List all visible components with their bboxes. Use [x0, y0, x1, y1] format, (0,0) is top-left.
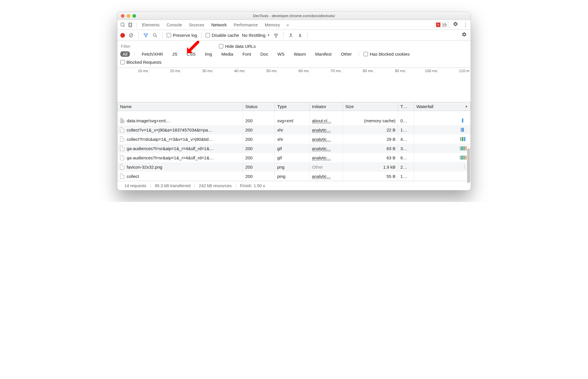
search-icon[interactable] [152, 32, 158, 39]
checkbox-icon [120, 60, 125, 64]
col-header-waterfall[interactable]: Waterfall▲ [414, 102, 471, 111]
initiator-link[interactable]: analytic… [312, 127, 331, 132]
initiator-link[interactable]: analytic… [312, 137, 331, 142]
waterfall-cell [416, 118, 468, 123]
status-bar: 14 requests 95.3 kB transferred 242 kB r… [117, 181, 471, 190]
resource-type-filter-bar: AllFetch/XHRJSCSSImgMediaFontDocWSWasmMa… [117, 50, 471, 59]
record-button[interactable] [120, 33, 125, 38]
disable-cache-checkbox[interactable]: Disable cache [206, 33, 239, 38]
svg-point-7 [276, 37, 276, 37]
request-name: collect?t=dc&aip=1&_r=3&v=1&_v=j90&tid… [127, 137, 213, 142]
type-filter-manifest[interactable]: Manifest [313, 51, 334, 57]
table-row[interactable]: favicon-32x32.png200pngOther1.9 kB2… [118, 162, 471, 172]
waterfall-cell [416, 164, 468, 170]
titlebar: DevTools - developer.chrome.com/docs/dev… [117, 12, 471, 20]
svg-rect-9 [299, 36, 302, 37]
hide-data-urls-checkbox[interactable]: Hide data URLs [219, 44, 256, 49]
type-filter-js[interactable]: JS [170, 51, 180, 57]
waterfall-cell [416, 127, 468, 133]
checkbox-icon [167, 33, 171, 37]
request-name: collect?v=1&_v=j90&a=1837457034&t=pa… [127, 127, 212, 132]
type-filter-doc[interactable]: Doc [258, 51, 271, 57]
file-icon [120, 146, 124, 151]
tab-sources[interactable]: Sources [189, 23, 204, 27]
overview-timeline[interactable]: 10 ms20 ms30 ms40 ms50 ms60 ms70 ms80 ms… [117, 68, 471, 102]
type-filter-other[interactable]: Other [339, 51, 354, 57]
preserve-log-checkbox[interactable]: Preserve log [167, 33, 197, 38]
scrollbar-thumb[interactable] [467, 148, 470, 183]
requests-table: Name Status Type Initiator Size T… Water… [117, 102, 471, 181]
maximize-window-button[interactable] [133, 14, 136, 18]
close-window-button[interactable] [121, 14, 124, 18]
initiator-link[interactable]: analytic… [312, 174, 331, 179]
inspect-element-icon[interactable] [119, 21, 127, 29]
network-conditions-icon[interactable] [273, 32, 279, 39]
errors-badge[interactable]: ✕ 15 [434, 22, 449, 28]
type-filter-all[interactable]: All [120, 51, 130, 57]
filter-input[interactable] [120, 43, 199, 50]
tab-console[interactable]: Console [166, 23, 182, 27]
initiator-link[interactable]: about:cl… [312, 118, 332, 123]
svg-rect-2 [129, 23, 131, 27]
status-finish: Finish: 1.50 s [236, 183, 269, 188]
sort-asc-icon: ▲ [465, 104, 468, 108]
tab-elements[interactable]: Elements [142, 23, 159, 27]
file-icon [120, 155, 124, 160]
table-row[interactable]: ga-audiences?t=sr&aip=1&_r=4&slf_rd=1&…2… [118, 144, 471, 153]
download-har-icon[interactable] [297, 32, 303, 39]
file-icon [120, 164, 124, 170]
table-row[interactable] [118, 111, 471, 116]
checkbox-icon [219, 44, 223, 48]
panel-tabs-bar: ElementsConsoleSourcesNetworkPerformance… [117, 20, 471, 30]
col-header-status[interactable]: Status [243, 102, 275, 111]
separator [137, 22, 137, 28]
device-toolbar-icon[interactable] [127, 21, 134, 29]
panel-tabs: ElementsConsoleSourcesNetworkPerformance… [142, 23, 280, 27]
request-name: favicon-32x32.png [127, 165, 162, 170]
type-filter-css[interactable]: CSS [184, 51, 198, 57]
col-header-size[interactable]: Size [343, 102, 398, 111]
request-name: collect [127, 174, 139, 179]
tab-network[interactable]: Network [211, 23, 227, 27]
error-x-icon: ✕ [436, 23, 440, 27]
table-row[interactable]: data:image/svg+xml;…200svg+xmlabout:cl…(… [118, 116, 471, 125]
throttling-select[interactable]: No throttling ▼ [242, 33, 270, 38]
type-filter-img[interactable]: Img [202, 51, 214, 57]
tab-performance[interactable]: Performance [234, 23, 258, 27]
type-filter-media[interactable]: Media [219, 51, 235, 57]
svg-point-5 [153, 34, 156, 36]
type-filter-wasm[interactable]: Wasm [291, 51, 308, 57]
col-header-type[interactable]: Type [275, 102, 310, 111]
checkbox-icon [206, 33, 210, 37]
has-blocked-cookies-checkbox[interactable]: Has blocked cookies [364, 52, 410, 57]
type-filter-font[interactable]: Font [240, 51, 253, 57]
filter-toggle-icon[interactable] [143, 32, 149, 39]
more-panels-button[interactable]: » [284, 21, 291, 29]
initiator-link[interactable]: analytic… [312, 146, 331, 151]
blocked-requests-row: Blocked Requests [117, 59, 471, 68]
svg-rect-8 [289, 36, 293, 37]
table-row[interactable]: collect?t=dc&aip=1&_r=3&v=1&_v=j90&tid…2… [118, 134, 471, 144]
col-header-time[interactable]: T… [398, 102, 414, 111]
chevron-down-icon: ▼ [267, 34, 270, 37]
col-header-initiator[interactable]: Initiator [310, 102, 343, 111]
type-filter-ws[interactable]: WS [275, 51, 287, 57]
blocked-requests-checkbox[interactable]: Blocked Requests [120, 60, 161, 65]
network-settings-gear-icon[interactable] [461, 32, 468, 39]
clear-button[interactable] [128, 32, 134, 39]
status-requests: 14 requests [120, 183, 151, 188]
request-name: ga-audiences?t=sr&aip=1&_r=4&slf_rd=1&… [127, 146, 214, 151]
upload-har-icon[interactable] [288, 32, 294, 39]
file-icon [120, 174, 124, 179]
table-row[interactable]: ga-audiences?t=sr&aip=1&_r=4&slf_rd=1&…2… [118, 153, 471, 162]
settings-gear-icon[interactable] [452, 21, 459, 28]
table-row[interactable]: collect?v=1&_v=j90&a=1837457034&t=pa…200… [118, 125, 471, 134]
minimize-window-button[interactable] [127, 14, 130, 18]
more-options-kebab-icon[interactable]: ⋮ [462, 22, 469, 28]
tab-memory[interactable]: Memory [265, 23, 280, 27]
initiator-link[interactable]: analytic… [312, 155, 331, 160]
type-filter-fetchxhr[interactable]: Fetch/XHR [139, 51, 165, 57]
col-header-name[interactable]: Name [118, 102, 243, 111]
status-resources: 242 kB resources [195, 183, 236, 188]
table-row[interactable]: collect200pinganalytic…55 B1… [118, 172, 471, 181]
